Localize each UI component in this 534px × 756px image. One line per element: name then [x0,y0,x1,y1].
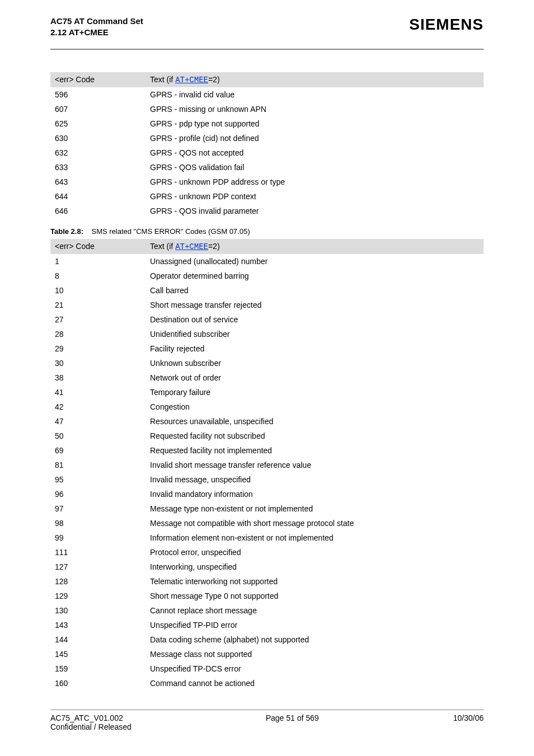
err-text-cell: Invalid short message transfer reference… [146,458,484,472]
table-header-code: <err> Code [50,239,146,254]
table-row: 144Data coding scheme (alphabet) not sup… [50,632,484,647]
err-text-cell: Cannot replace short message [146,603,484,618]
footer-confidentiality: Confidential / Released [50,722,132,731]
err-code-cell: 28 [50,327,146,341]
table-row: 96Invalid mandatory information [50,487,484,501]
table-row: 596GPRS - invalid cid value [50,87,484,102]
table-row: 21Short message transfer rejected [50,298,484,312]
err-code-cell: 607 [50,102,146,116]
err-code-cell: 143 [50,618,146,632]
err-text-cell: Message type non-existent or not impleme… [146,501,484,516]
caption-text: SMS related "CMS ERROR" Codes (GSM 07.05… [91,227,250,236]
table-row: 28Unidentified subscriber [50,327,484,341]
table-row: 130Cannot replace short message [50,603,484,618]
table-row: 111Protocol error, unspecified [50,545,484,560]
footer-left: AC75_ATC_V01.002 Confidential / Released [50,713,132,731]
table-row: 145Message class not supported [50,647,484,661]
err-text-cell: Resources unavailable, unspecified [146,414,484,429]
header-title: AC75 AT Command Set 2.12 AT+CMEE [50,16,143,39]
err-code-cell: 159 [50,661,146,676]
err-code-cell: 69 [50,443,146,458]
err-text-cell: Short message Type 0 not supported [146,589,484,603]
cms-error-table: <err> Code Text (if AT+CMEE=2) 1Unassign… [50,239,484,691]
err-code-cell: 643 [50,175,146,189]
err-code-cell: 42 [50,400,146,414]
err-code-cell: 127 [50,560,146,574]
table-row: 47Resources unavailable, unspecified [50,414,484,429]
err-code-cell: 596 [50,87,146,102]
err-text-cell: Requested facility not subscribed [146,429,484,443]
err-text-cell: Requested facility not implemented [146,443,484,458]
table-row: 160Command cannot be actioned [50,676,484,691]
err-text-cell: Message not compatible with short messag… [146,516,484,530]
header-text-prefix: Text (if [150,242,175,251]
table-row: 128Telematic interworking not supported [50,574,484,589]
err-text-cell: Command cannot be actioned [146,676,484,691]
table-row: 644GPRS - unknown PDP context [50,189,484,204]
err-text-cell: GPRS - unknown PDP address or type [146,175,484,189]
err-text-cell: Interworking, unspecified [146,560,484,574]
err-code-cell: 98 [50,516,146,530]
err-text-cell: Data coding scheme (alphabet) not suppor… [146,632,484,647]
table-row: 632GPRS - QOS not accepted [50,145,484,160]
header-title-line2: 2.12 AT+CMEE [50,27,143,38]
header-text-suffix: =2) [208,75,220,84]
spacer [50,50,484,72]
err-code-cell: 8 [50,269,146,283]
table-header-text: Text (if AT+CMEE=2) [146,72,484,87]
err-text-cell: Telematic interworking not supported [146,574,484,589]
err-code-cell: 144 [50,632,146,647]
err-code-cell: 625 [50,116,146,131]
err-text-cell: Information element non-existent or not … [146,530,484,545]
table-row: 10Call barred [50,283,484,298]
err-text-cell: GPRS - QOS invalid parameter [146,204,484,218]
err-code-cell: 96 [50,487,146,501]
err-text-cell: GPRS - invalid cid value [146,87,484,102]
table-header-code: <err> Code [50,72,146,87]
err-code-cell: 644 [50,189,146,204]
table-row: 81Invalid short message transfer referen… [50,458,484,472]
at-cmee-link[interactable]: AT+CMEE [175,242,208,251]
err-text-cell: Protocol error, unspecified [146,545,484,560]
err-code-cell: 128 [50,574,146,589]
table-row: 143Unspecified TP-PID error [50,618,484,632]
err-code-cell: 81 [50,458,146,472]
err-text-cell: Network out of order [146,370,484,385]
table-caption: Table 2.8: SMS related "CMS ERROR" Codes… [50,227,484,236]
err-code-cell: 95 [50,472,146,487]
table-row: 643GPRS - unknown PDP address or type [50,175,484,189]
footer-page-number: Page 51 of 569 [132,713,453,731]
err-code-cell: 47 [50,414,146,429]
table-row: 42Congestion [50,400,484,414]
header-text-suffix: =2) [208,242,220,251]
table-row: 646GPRS - QOS invalid parameter [50,204,484,218]
footer-date: 10/30/06 [453,713,484,731]
table-header-row: <err> Code Text (if AT+CMEE=2) [50,72,484,87]
table-row: 97Message type non-existent or not imple… [50,501,484,516]
err-code-cell: 130 [50,603,146,618]
err-text-cell: GPRS - unknown PDP context [146,189,484,204]
err-text-cell: Temporary failure [146,385,484,400]
table-row: 607GPRS - missing or unknown APN [50,102,484,116]
at-cmee-link[interactable]: AT+CMEE [175,76,208,84]
err-code-cell: 38 [50,370,146,385]
caption-label: Table 2.8: [50,227,83,236]
brand-logo: SIEMENS [409,16,484,34]
err-text-cell: GPRS - QOS validation fail [146,160,484,175]
table-row: 633GPRS - QOS validation fail [50,160,484,175]
table-row: 159Unspecified TP-DCS error [50,661,484,676]
err-text-cell: Unspecified TP-PID error [146,618,484,632]
table-row: 38Network out of order [50,370,484,385]
table-row: 625GPRS - pdp type not supported [50,116,484,131]
err-code-cell: 632 [50,145,146,160]
table-row: 27Destination out of service [50,312,484,327]
header-text-prefix: Text (if [150,75,175,84]
err-text-cell: Destination out of service [146,312,484,327]
table-row: 99Information element non-existent or no… [50,530,484,545]
table-row: 8Operator determined barring [50,269,484,283]
table-row: 98Message not compatible with short mess… [50,516,484,530]
err-text-cell: Unknown subscriber [146,356,484,370]
err-code-cell: 646 [50,204,146,218]
err-text-cell: Facility rejected [146,341,484,356]
table-header-row: <err> Code Text (if AT+CMEE=2) [50,239,484,254]
